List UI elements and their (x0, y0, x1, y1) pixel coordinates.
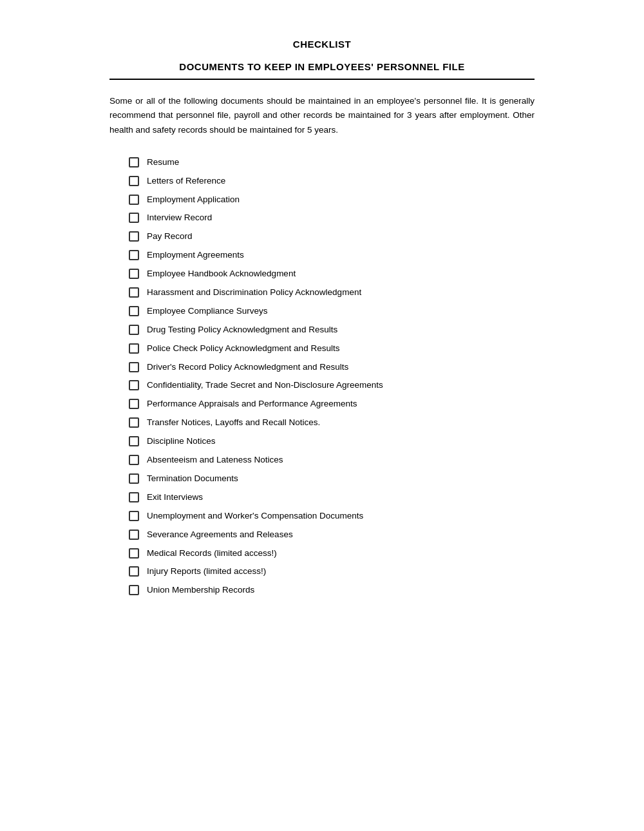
list-item[interactable]: Injury Reports (limited access!) (129, 566, 535, 578)
checklist-item-label: Severance Agreements and Releases (147, 529, 293, 541)
list-item[interactable]: Absenteeism and Lateness Notices (129, 454, 535, 466)
list-item[interactable]: Discipline Notices (129, 435, 535, 448)
checklist-item-label: Performance Appraisals and Performance A… (147, 398, 357, 410)
checklist: ResumeLetters of ReferenceEmployment App… (129, 157, 535, 597)
list-item[interactable]: Transfer Notices, Layoffs and Recall Not… (129, 417, 535, 429)
checkbox-icon[interactable] (129, 306, 139, 316)
checklist-item-label: Union Membership Records (147, 584, 254, 597)
checkbox-icon[interactable] (129, 213, 139, 223)
checklist-item-label: Transfer Notices, Layoffs and Recall Not… (147, 417, 320, 429)
checklist-item-label: Drug Testing Policy Acknowledgment and R… (147, 324, 337, 336)
list-item[interactable]: Unemployment and Worker's Compensation D… (129, 510, 535, 522)
main-title: CHECKLIST (109, 39, 535, 50)
checklist-item-label: Unemployment and Worker's Compensation D… (147, 510, 363, 522)
checkbox-icon[interactable] (129, 157, 139, 167)
checklist-item-label: Exit Interviews (147, 492, 203, 504)
checklist-item-label: Employee Handbook Acknowledgment (147, 268, 296, 280)
checkbox-icon[interactable] (129, 417, 139, 428)
checkbox-icon[interactable] (129, 269, 139, 279)
checklist-item-label: Driver's Record Policy Acknowledgment an… (147, 361, 348, 374)
checklist-item-label: Interview Record (147, 212, 212, 224)
checkbox-icon[interactable] (129, 566, 139, 577)
list-item[interactable]: Harassment and Discrimination Policy Ack… (129, 287, 535, 299)
checkbox-icon[interactable] (129, 287, 139, 298)
list-item[interactable]: Performance Appraisals and Performance A… (129, 398, 535, 410)
checkbox-icon[interactable] (129, 362, 139, 372)
title-section: CHECKLIST DOCUMENTS TO KEEP IN EMPLOYEES… (109, 39, 535, 72)
list-item[interactable]: Employee Compliance Surveys (129, 305, 535, 318)
list-item[interactable]: Employment Agreements (129, 249, 535, 262)
checklist-item-label: Employment Agreements (147, 249, 244, 262)
checklist-item-label: Employee Compliance Surveys (147, 305, 268, 318)
list-item[interactable]: Termination Documents (129, 473, 535, 485)
list-item[interactable]: Police Check Policy Acknowledgment and R… (129, 343, 535, 355)
checkbox-icon[interactable] (129, 436, 139, 446)
title-divider (109, 79, 535, 80)
list-item[interactable]: Letters of Reference (129, 175, 535, 187)
checklist-item-label: Employment Application (147, 194, 240, 206)
checkbox-icon[interactable] (129, 473, 139, 484)
checkbox-icon[interactable] (129, 325, 139, 335)
checkbox-icon[interactable] (129, 176, 139, 186)
checklist-item-label: Discipline Notices (147, 435, 216, 448)
list-item[interactable]: Exit Interviews (129, 492, 535, 504)
page-container: CHECKLIST DOCUMENTS TO KEEP IN EMPLOYEES… (58, 0, 586, 642)
checkbox-icon[interactable] (129, 343, 139, 354)
checklist-item-label: Police Check Policy Acknowledgment and R… (147, 343, 339, 355)
checklist-item-label: Resume (147, 157, 179, 169)
checkbox-icon[interactable] (129, 511, 139, 521)
list-item[interactable]: Medical Records (limited access!) (129, 548, 535, 560)
checkbox-icon[interactable] (129, 530, 139, 540)
checklist-item-label: Pay Record (147, 231, 193, 243)
checkbox-icon[interactable] (129, 548, 139, 559)
list-item[interactable]: Union Membership Records (129, 584, 535, 597)
checkbox-icon[interactable] (129, 585, 139, 595)
list-item[interactable]: Drug Testing Policy Acknowledgment and R… (129, 324, 535, 336)
list-item[interactable]: Interview Record (129, 212, 535, 224)
checklist-item-label: Injury Reports (limited access!) (147, 566, 266, 578)
checklist-item-label: Confidentiality, Trade Secret and Non-Di… (147, 379, 383, 392)
checklist-item-label: Termination Documents (147, 473, 238, 485)
list-item[interactable]: Resume (129, 157, 535, 169)
checkbox-icon[interactable] (129, 380, 139, 390)
list-item[interactable]: Pay Record (129, 231, 535, 243)
intro-paragraph: Some or all of the following documents s… (109, 94, 535, 137)
checkbox-icon[interactable] (129, 455, 139, 465)
checklist-item-label: Harassment and Discrimination Policy Ack… (147, 287, 361, 299)
checkbox-icon[interactable] (129, 195, 139, 205)
list-item[interactable]: Employment Application (129, 194, 535, 206)
checklist-item-label: Medical Records (limited access!) (147, 548, 277, 560)
sub-title: DOCUMENTS TO KEEP IN EMPLOYEES' PERSONNE… (109, 61, 535, 72)
list-item[interactable]: Severance Agreements and Releases (129, 529, 535, 541)
list-item[interactable]: Employee Handbook Acknowledgment (129, 268, 535, 280)
list-item[interactable]: Driver's Record Policy Acknowledgment an… (129, 361, 535, 374)
checklist-item-label: Absenteeism and Lateness Notices (147, 454, 283, 466)
list-item[interactable]: Confidentiality, Trade Secret and Non-Di… (129, 379, 535, 392)
checkbox-icon[interactable] (129, 231, 139, 242)
checklist-item-label: Letters of Reference (147, 175, 225, 187)
checkbox-icon[interactable] (129, 492, 139, 502)
checkbox-icon[interactable] (129, 250, 139, 260)
checkbox-icon[interactable] (129, 399, 139, 409)
